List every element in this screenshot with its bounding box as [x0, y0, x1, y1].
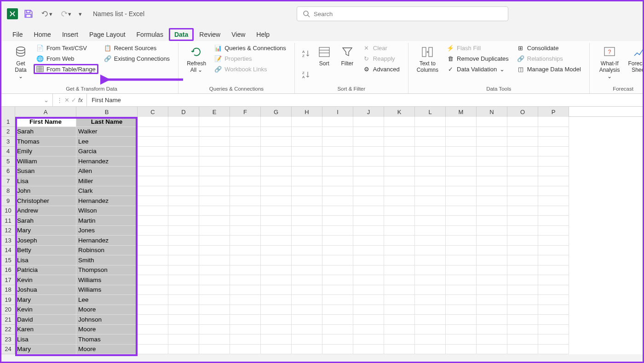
cell[interactable] [507, 334, 538, 345]
cell[interactable]: Wilson [76, 206, 138, 216]
cell[interactable] [384, 315, 415, 325]
cell[interactable] [384, 246, 415, 256]
cell[interactable] [261, 167, 292, 177]
cell[interactable] [477, 295, 507, 305]
cell[interactable] [199, 226, 230, 236]
cell[interactable] [415, 196, 446, 206]
cell[interactable] [538, 255, 569, 265]
cell[interactable] [138, 156, 168, 167]
cell[interactable] [353, 236, 384, 246]
cell[interactable] [261, 216, 292, 226]
cell[interactable] [230, 255, 261, 265]
cell[interactable] [384, 117, 415, 127]
cell[interactable] [415, 325, 446, 335]
cell[interactable] [230, 325, 261, 335]
cell[interactable] [138, 325, 168, 335]
cell[interactable] [384, 305, 415, 315]
cell[interactable]: Karen [15, 325, 76, 335]
cell[interactable] [477, 285, 507, 295]
cell[interactable]: First Name [15, 117, 76, 127]
from-table-range-button[interactable]: From Table/Range [34, 64, 98, 74]
cell[interactable] [538, 156, 569, 167]
cell[interactable] [199, 334, 230, 345]
cell[interactable] [292, 226, 322, 236]
tab-formulas[interactable]: Formulas [131, 28, 169, 41]
cell[interactable] [446, 325, 477, 335]
cell[interactable] [415, 117, 446, 127]
cell[interactable]: Susan [15, 167, 76, 177]
cell[interactable] [199, 206, 230, 216]
cell[interactable] [446, 147, 477, 157]
cell[interactable]: Mary [15, 295, 76, 305]
cell[interactable] [538, 147, 569, 157]
cell[interactable] [384, 236, 415, 246]
cell[interactable] [538, 295, 569, 305]
tab-insert[interactable]: Insert [57, 28, 84, 41]
cell[interactable] [230, 167, 261, 177]
cell[interactable] [477, 147, 507, 157]
cell[interactable] [446, 285, 477, 295]
recent-sources-button[interactable]: 📋Recent Sources [101, 43, 172, 53]
cell[interactable] [446, 226, 477, 236]
cell[interactable] [138, 295, 168, 305]
cell[interactable] [415, 255, 446, 265]
cell[interactable] [230, 315, 261, 325]
cell[interactable] [199, 216, 230, 226]
text-to-columns-button[interactable]: Text toColumns [414, 43, 441, 85]
cell[interactable] [507, 156, 538, 167]
from-text-csv-button[interactable]: 📄From Text/CSV [34, 43, 98, 53]
cell[interactable] [168, 186, 199, 196]
cell[interactable] [507, 127, 538, 137]
cell[interactable] [168, 246, 199, 256]
cell[interactable] [292, 246, 322, 256]
cell[interactable]: David [15, 315, 76, 325]
cell[interactable] [261, 345, 292, 355]
cell[interactable] [415, 345, 446, 355]
cell[interactable] [168, 265, 199, 276]
cell[interactable] [199, 265, 230, 276]
cell[interactable] [507, 246, 538, 256]
cell[interactable] [261, 176, 292, 186]
cell[interactable] [477, 246, 507, 256]
cell[interactable] [415, 156, 446, 167]
cell[interactable] [477, 137, 507, 147]
cell[interactable]: Hernandez [76, 196, 138, 206]
cell[interactable]: Patricia [15, 265, 76, 276]
advanced-button[interactable]: ⚙Advanced [360, 64, 402, 74]
tab-home[interactable]: Home [29, 28, 57, 41]
cell[interactable] [322, 176, 353, 186]
cell[interactable] [261, 137, 292, 147]
cell[interactable] [292, 255, 322, 265]
cell[interactable] [507, 167, 538, 177]
cell[interactable]: Lisa [15, 334, 76, 345]
cell[interactable]: Robinson [76, 246, 138, 256]
cell[interactable] [138, 265, 168, 276]
cell[interactable] [507, 206, 538, 216]
cell[interactable] [261, 325, 292, 335]
cell[interactable]: Jones [76, 226, 138, 236]
column-header[interactable]: D [168, 107, 199, 117]
cell[interactable] [230, 295, 261, 305]
cell[interactable] [261, 285, 292, 295]
cell[interactable] [230, 275, 261, 285]
cell[interactable] [230, 216, 261, 226]
cell[interactable] [230, 226, 261, 236]
cell[interactable] [138, 137, 168, 147]
cell[interactable] [261, 186, 292, 196]
row-header[interactable]: 24 [1, 345, 15, 355]
cell[interactable] [353, 147, 384, 157]
cell[interactable] [292, 334, 322, 345]
cell[interactable] [415, 305, 446, 315]
cell[interactable] [353, 226, 384, 236]
cell[interactable]: Lisa [15, 176, 76, 186]
row-header[interactable]: 9 [1, 196, 15, 206]
column-header[interactable]: I [322, 107, 353, 117]
cell[interactable] [261, 127, 292, 137]
cell[interactable]: Williams [76, 285, 138, 295]
cell[interactable] [168, 305, 199, 315]
cell[interactable] [353, 137, 384, 147]
cell[interactable]: Martin [76, 216, 138, 226]
cell[interactable] [261, 246, 292, 256]
cell[interactable] [138, 334, 168, 345]
cell[interactable] [353, 117, 384, 127]
